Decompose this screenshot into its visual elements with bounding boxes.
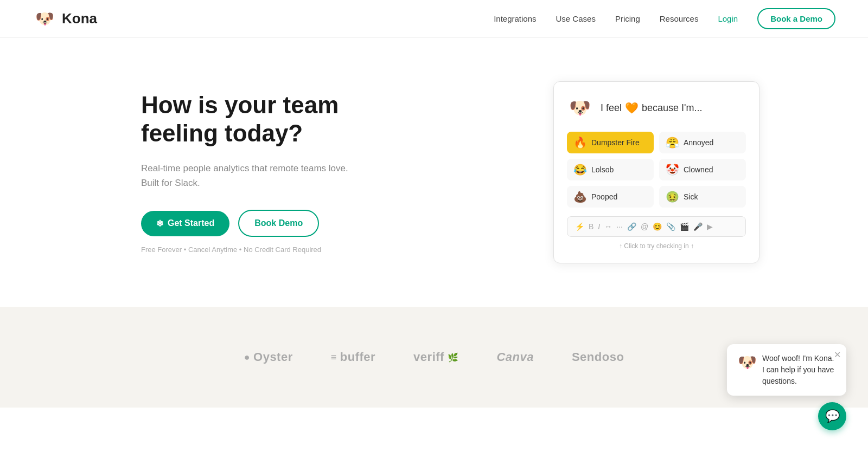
- widget-option-pooped[interactable]: 💩 Pooped: [567, 186, 654, 208]
- annoyed-label: Annoyed: [684, 138, 713, 147]
- canva-label: Canva: [496, 350, 534, 364]
- hero-section: How is your team feeling today? Real-tim…: [0, 38, 868, 307]
- slack-widget-container: 🐶 I feel 🧡 because I'm... 🔥 Dumpster Fir…: [553, 81, 760, 263]
- hero-subtitle: Real-time people analytics that remote t…: [141, 161, 358, 190]
- clowned-label: Clowned: [684, 165, 713, 174]
- nav-book-demo-button[interactable]: Book a Demo: [757, 8, 835, 29]
- veriff-label: veriff: [413, 350, 444, 364]
- input-strikethrough-icon: ↔: [604, 222, 612, 231]
- nav-link-use-cases[interactable]: Use Cases: [556, 14, 596, 23]
- input-video-icon: 🎬: [680, 222, 689, 231]
- hero-disclaimer: Free Forever • Cancel Anytime • No Credi…: [141, 246, 358, 254]
- get-started-label: Get Started: [168, 218, 214, 228]
- input-emoji-icon: 😊: [653, 222, 662, 231]
- nav-link-integrations[interactable]: Integrations: [494, 14, 536, 23]
- input-italic-icon: I: [598, 222, 600, 231]
- logo[interactable]: 🐶 Kona: [33, 7, 97, 31]
- widget-option-sick[interactable]: 🤢 Sick: [659, 186, 746, 208]
- buffer-label: buffer: [340, 350, 375, 364]
- brand-oyster: ● Oyster: [244, 350, 293, 364]
- widget-input-bar[interactable]: ⚡ B I ↔ ··· 🔗 @ 😊 📎 🎬 🎤 ▶: [567, 216, 746, 237]
- veriff-icon: 🌿: [448, 352, 459, 363]
- logo-text: Kona: [62, 10, 97, 27]
- widget-title-post: because I'm...: [642, 102, 703, 114]
- sick-emoji: 🤢: [666, 190, 679, 203]
- sick-label: Sick: [684, 192, 698, 201]
- pooped-emoji: 💩: [573, 190, 587, 203]
- hero-content: How is your team feeling today? Real-tim…: [141, 91, 358, 254]
- hero-title: How is your team feeling today?: [141, 91, 358, 148]
- buffer-icon: ≡: [331, 352, 337, 363]
- get-started-button[interactable]: ❄ Get Started: [141, 211, 229, 236]
- logo-avatar: 🐶: [33, 7, 56, 31]
- chat-open-button[interactable]: 💬: [818, 402, 846, 408]
- chat-close-button[interactable]: ✕: [834, 350, 841, 360]
- navigation: 🐶 Kona Integrations Use Cases Pricing Re…: [0, 0, 868, 38]
- hero-buttons: ❄ Get Started Book Demo: [141, 210, 358, 237]
- nav-links: Integrations Use Cases Pricing Resources…: [494, 8, 835, 29]
- chat-popup-header: 🐶 Woof woof! I'm Kona. I can help if you…: [738, 353, 835, 387]
- sendoso-label: Sendoso: [572, 350, 624, 364]
- brand-buffer: ≡ buffer: [331, 350, 375, 364]
- snowflake-icon: ❄: [156, 218, 163, 229]
- lolsob-label: Lolsob: [591, 165, 614, 174]
- widget-option-clowned[interactable]: 🤡 Clowned: [659, 159, 746, 180]
- dumpster-fire-emoji: 🔥: [573, 136, 587, 149]
- slack-widget[interactable]: 🐶 I feel 🧡 because I'm... 🔥 Dumpster Fir…: [553, 81, 760, 263]
- widget-header: 🐶 I feel 🧡 because I'm...: [567, 95, 746, 121]
- chat-dog-avatar: 🐶: [738, 353, 757, 372]
- widget-click-hint: ↑ Click to try checking in ↑: [567, 242, 746, 250]
- brand-sendoso: Sendoso: [572, 350, 624, 364]
- widget-heart-emoji: 🧡: [625, 101, 639, 114]
- pooped-label: Pooped: [591, 192, 617, 201]
- clowned-emoji: 🤡: [666, 163, 679, 176]
- input-link-icon: 🔗: [627, 222, 636, 231]
- input-lightning-icon: ⚡: [575, 222, 584, 231]
- book-demo-button[interactable]: Book Demo: [238, 210, 319, 237]
- input-send-icon: ▶: [707, 222, 713, 231]
- widget-title-pre: I feel: [601, 102, 622, 114]
- nav-link-pricing[interactable]: Pricing: [615, 14, 640, 23]
- nav-link-resources[interactable]: Resources: [660, 14, 699, 23]
- brand-veriff: veriff 🌿: [413, 350, 458, 364]
- input-bold-icon: B: [589, 222, 593, 231]
- widget-option-dumpster-fire[interactable]: 🔥 Dumpster Fire: [567, 132, 654, 153]
- input-at-icon: @: [641, 222, 648, 231]
- nav-login-link[interactable]: Login: [718, 14, 738, 23]
- widget-option-lolsob[interactable]: 😂 Lolsob: [567, 159, 654, 180]
- dumpster-fire-label: Dumpster Fire: [591, 138, 640, 147]
- widget-dog-avatar: 🐶: [567, 95, 593, 121]
- input-mic-icon: 🎤: [693, 222, 703, 231]
- input-more-icon: ···: [616, 222, 623, 231]
- oyster-label: Oyster: [253, 350, 293, 364]
- brand-canva: Canva: [496, 350, 534, 364]
- oyster-icon: ●: [244, 352, 250, 363]
- widget-options: 🔥 Dumpster Fire 😤 Annoyed 😂 Lolsob 🤡 Clo…: [567, 132, 746, 208]
- annoyed-emoji: 😤: [666, 136, 679, 149]
- chat-popup-text: Woof woof! I'm Kona. I can help if you h…: [762, 353, 835, 387]
- chat-popup: 🐶 Woof woof! I'm Kona. I can help if you…: [727, 344, 846, 396]
- input-attach-icon: 📎: [666, 222, 675, 231]
- chat-bubble: 🐶 Woof woof! I'm Kona. I can help if you…: [818, 402, 846, 408]
- widget-option-annoyed[interactable]: 😤 Annoyed: [659, 132, 746, 153]
- widget-title: I feel 🧡 because I'm...: [601, 101, 703, 114]
- lolsob-emoji: 😂: [573, 163, 587, 176]
